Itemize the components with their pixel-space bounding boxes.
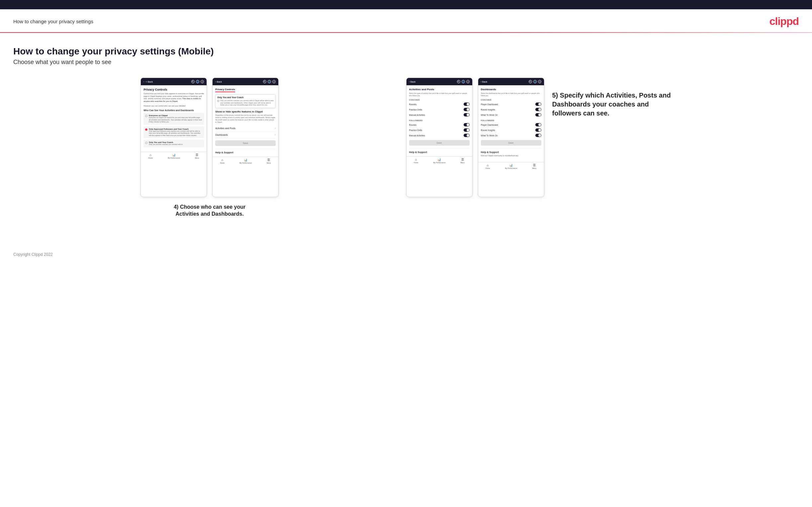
- toggle-switch-manual-2[interactable]: [464, 134, 470, 137]
- dashboards-label: Dashboards: [215, 134, 228, 136]
- radio-only-you-dot: [145, 142, 147, 144]
- nav-performance-3[interactable]: 📊 My Performance: [434, 158, 446, 164]
- toggle-switch-work-1[interactable]: [536, 113, 541, 116]
- save-btn-2[interactable]: Save: [215, 140, 276, 146]
- manual-label-2: Manual Activities: [409, 134, 425, 137]
- popup-desc: Only you and the coaches you connect wit…: [220, 100, 274, 106]
- main-content: How to change your privacy settings (Mob…: [0, 33, 812, 231]
- dashboards-row[interactable]: Dashboards ›: [215, 132, 276, 138]
- nav-performance-1[interactable]: 📊 My Performance: [168, 153, 180, 159]
- toggle-practice-1[interactable]: Practice Drills: [409, 107, 470, 112]
- nav-home-1[interactable]: ⌂ Home: [148, 153, 153, 159]
- toggle-what-to-work-1[interactable]: What To Work On: [481, 112, 541, 117]
- screen3-coaches-label: COACHES: [409, 99, 470, 101]
- settings-icon-2[interactable]: ⚙: [272, 80, 276, 83]
- search-icon-3[interactable]: 🔍: [457, 80, 460, 83]
- screen2-back[interactable]: ‹ Back: [215, 80, 222, 83]
- toggle-switch-practice-2[interactable]: [464, 128, 470, 132]
- menu-icon-1: ☰: [196, 153, 198, 157]
- settings-icon-3[interactable]: ⚙: [466, 80, 470, 83]
- screen3-back[interactable]: ‹ Back: [409, 80, 416, 83]
- screen3-content: Activities and Posts Select the types of…: [406, 85, 472, 156]
- top-bar: [0, 0, 812, 9]
- toggle-rounds-2[interactable]: Rounds: [409, 122, 470, 127]
- nav-performance-4[interactable]: 📊 My Performance: [505, 164, 517, 169]
- nav-performance-label-2: My Performance: [240, 162, 252, 164]
- toggle-player-dash-2[interactable]: Player Dashboard: [481, 122, 541, 127]
- screen-4: ‹ Back 🔍 👤 ⚙ Dashboards Select the dashb…: [478, 78, 544, 197]
- screens-pair-right: ‹ Back 🔍 👤 ⚙ Activities and Posts Select…: [406, 78, 544, 197]
- nav-menu-1[interactable]: ☰ Menu: [195, 153, 199, 159]
- toggle-switch-work-2[interactable]: [536, 134, 541, 137]
- save-btn-4[interactable]: Save: [481, 140, 541, 146]
- home-icon-1: ⌂: [150, 153, 151, 157]
- search-icon[interactable]: 🔍: [191, 80, 195, 83]
- menu-icon-3: ☰: [461, 158, 464, 161]
- toggle-practice-2[interactable]: Practice Drills: [409, 127, 470, 133]
- toggle-switch-insights-1[interactable]: [536, 108, 541, 111]
- toggle-switch-manual-1[interactable]: [464, 113, 470, 116]
- screen3-bottom-nav: ⌂ Home 📊 My Performance ☰ Menu: [406, 156, 472, 165]
- people-icon-3[interactable]: 👤: [462, 80, 465, 83]
- save-btn-3[interactable]: Save: [409, 140, 470, 146]
- nav-menu-2[interactable]: ☰ Menu: [267, 158, 271, 164]
- toggle-switch-insights-2[interactable]: [536, 128, 541, 132]
- screen4-back[interactable]: ‹ Back: [481, 80, 488, 83]
- radio-approved[interactable]: Only Approved Followers and Your Coach O…: [144, 126, 204, 138]
- nav-menu-label-3: Menu: [460, 162, 465, 164]
- help-support-4: Help & Support: [481, 148, 541, 154]
- toggle-switch-player-2[interactable]: [536, 123, 541, 126]
- toggle-manual-1[interactable]: Manual Activities: [409, 112, 470, 117]
- nav-menu-label-2: Menu: [267, 162, 271, 164]
- toggle-switch-player-1[interactable]: [536, 103, 541, 106]
- radio-everyone[interactable]: Everyone on Clippd Everyone on Clippd ca…: [144, 113, 204, 125]
- nav-home-3[interactable]: ⌂ Home: [414, 158, 418, 164]
- screen3-title: Activities and Posts: [409, 88, 470, 91]
- toggle-switch-rounds-2[interactable]: [464, 123, 470, 126]
- screen2-bottom-nav: ⌂ Home 📊 My Performance ☰ Menu: [212, 157, 278, 165]
- nav-performance-label-4: My Performance: [505, 167, 517, 169]
- nav-home-2[interactable]: ⌂ Home: [220, 158, 224, 164]
- practice-label-1: Practice Drills: [409, 109, 422, 111]
- screen4-title: Dashboards: [481, 88, 541, 91]
- screen1-who-can-see: Who Can See Your Activities and Dashboar…: [144, 109, 204, 111]
- nav-menu-3[interactable]: ☰ Menu: [460, 158, 465, 164]
- left-section: ‹ < Back 🔍 👤 ⚙ Privacy Controls Control …: [13, 78, 406, 218]
- nav-performance-2[interactable]: 📊 My Performance: [240, 158, 252, 164]
- people-icon-2[interactable]: 👤: [268, 80, 271, 83]
- screen4-content: Dashboards Select the dashboards that yo…: [478, 85, 544, 162]
- settings-icon-4[interactable]: ⚙: [538, 80, 541, 83]
- toggle-round-insights-1[interactable]: Round Insights: [481, 107, 541, 112]
- nav-home-label-4: Home: [486, 167, 490, 169]
- toggle-what-to-work-2[interactable]: What To Work On: [481, 133, 541, 138]
- people-icon-4[interactable]: 👤: [534, 80, 537, 83]
- radio-only-you[interactable]: Only You and Your Coach Only you and the…: [144, 140, 204, 147]
- nav-home-label-2: Home: [220, 162, 224, 164]
- copyright: Copyright Clippd 2022: [13, 252, 53, 257]
- activities-posts-row[interactable]: Activities and Posts ›: [215, 125, 276, 132]
- search-icon-4[interactable]: 🔍: [529, 80, 532, 83]
- nav-menu-4[interactable]: ☰ Menu: [532, 164, 536, 169]
- nav-home-4[interactable]: ⌂ Home: [486, 164, 490, 169]
- menu-icon-2: ☰: [267, 158, 270, 162]
- toggle-rounds-1[interactable]: Rounds: [409, 102, 470, 107]
- screen1-back[interactable]: ‹ < Back: [144, 80, 153, 83]
- popup-title: Only You and Your Coach: [217, 96, 274, 99]
- toggle-switch-practice-1[interactable]: [464, 108, 470, 111]
- screen3-desc: Select the types of activity that you'd …: [409, 92, 470, 97]
- nav-menu-label-1: Menu: [195, 157, 199, 159]
- screen2-content: Privacy Controls Only You and Your Coach…: [212, 85, 278, 157]
- toggle-manual-2[interactable]: Manual Activities: [409, 133, 470, 138]
- header-title: How to change your privacy settings: [13, 18, 93, 24]
- help-desc-4: Visit our Clippd community to troublesho…: [481, 155, 541, 157]
- practice-label-2: Practice Drills: [409, 129, 422, 131]
- help-support-2: Help & Support: [215, 149, 276, 154]
- toggle-player-dash-1[interactable]: Player Dashboard: [481, 102, 541, 107]
- toggle-round-insights-2[interactable]: Round Insights: [481, 127, 541, 133]
- caption-left: 4) Choose who can see your Activities an…: [163, 204, 256, 218]
- toggle-switch-rounds-1[interactable]: [464, 103, 470, 106]
- search-icon-2[interactable]: 🔍: [263, 80, 266, 83]
- radio-only-you-desc: Only you and the coaches you connect wit…: [149, 143, 183, 146]
- settings-icon[interactable]: ⚙: [201, 80, 204, 83]
- people-icon[interactable]: 👤: [196, 80, 199, 83]
